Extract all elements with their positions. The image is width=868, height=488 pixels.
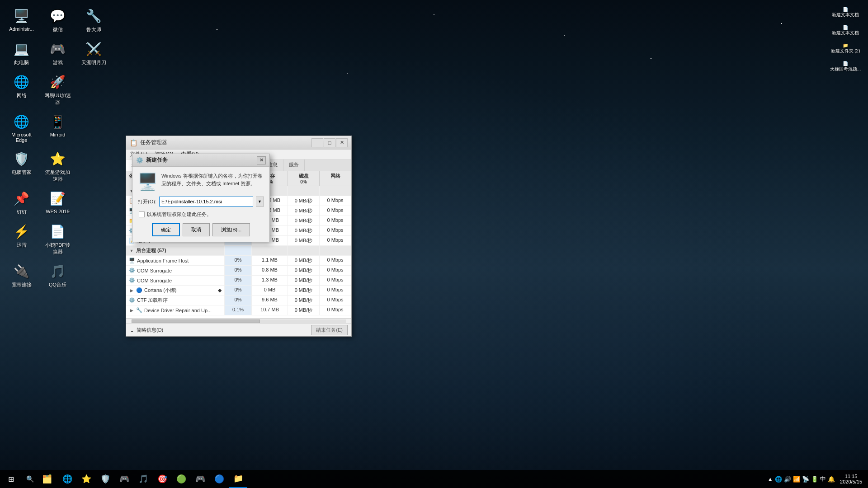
table-row[interactable]: ⚙️COM Surrogate 0% 0.8 MB 0 MB/秒 0 Mbps: [126, 266, 351, 276]
tray-wifi-icon[interactable]: 📡: [802, 476, 809, 483]
desktop-icon-folder[interactable]: 📁 新建文件夹 (2): [827, 41, 863, 56]
desktop-icons-right: 📄 新建文本文档 📄 新建文本文档 📁 新建文件夹 (2) 📄 天梯国考混题..…: [827, 5, 863, 75]
start-button[interactable]: ⊞: [0, 470, 22, 488]
desktop-icon-liuxing[interactable]: ⭐ 流星游戏加速器: [41, 147, 75, 185]
desktop-icon-admin[interactable]: 🖥️ Administr...: [5, 5, 38, 35]
desktop-icon-pdf[interactable]: 📄 小鹤PDF转换器: [41, 220, 75, 258]
bg-expand-icon[interactable]: ▼: [129, 248, 134, 253]
desktop-icons-left: 🖥️ Administr... 💬 微信 🔧 鲁大师 💻 此电脑 🎮 游戏: [5, 5, 111, 291]
cpu-cell: 0%: [225, 266, 252, 275]
table-row[interactable]: 🖥️Application Frame Host 0% 1.1 MB 0 MB/…: [126, 256, 351, 266]
wps-label: WPS 2019: [46, 209, 70, 214]
col-disk[interactable]: 磁盘 0%: [288, 171, 320, 186]
table-row[interactable]: ⚙️CTF 加载程序 0% 9.6 MB 0 MB/秒 0 Mbps: [126, 296, 351, 305]
mem-cell: 1.1 MB: [252, 256, 288, 265]
taskbar-epic-icon[interactable]: 🎮: [191, 470, 209, 488]
app-net-header: [320, 186, 351, 196]
disk-cell: 0 MB/秒: [288, 305, 320, 315]
wechat-icon: 💬: [49, 7, 67, 25]
desktop-icon-qiandao[interactable]: 📌 钉钉: [5, 187, 38, 218]
ok-button[interactable]: 确定: [152, 223, 180, 236]
desktop-icon-pcmgr[interactable]: 🛡️ 电脑管家: [5, 147, 38, 185]
dialog-close-button[interactable]: ✕: [257, 156, 266, 164]
notification-icon[interactable]: 🔔: [828, 476, 835, 483]
desktop-icon-uu[interactable]: 🚀 网易UU加速器: [41, 70, 75, 108]
dialog-titlebar[interactable]: ⚙️ 新建任务 ✕: [132, 154, 269, 167]
taskbar-pcmgr-icon[interactable]: 🛡️: [96, 470, 114, 488]
desktop-icon-broadband[interactable]: 🔌 宽带连接: [5, 260, 38, 291]
dropdown-button[interactable]: ▼: [256, 197, 264, 206]
desktop-icon-qqmusic[interactable]: 🎵 QQ音乐: [41, 260, 75, 291]
clock-time: 11:15: [845, 474, 858, 479]
tianhe-icon: 📄: [843, 61, 848, 66]
desktop-icon-game[interactable]: 🎮 游戏: [41, 38, 75, 68]
taskbar-store2-icon[interactable]: 🔵: [210, 470, 228, 488]
task-view-button[interactable]: 🗂️: [38, 470, 56, 488]
table-row[interactable]: ⚙️COM Surrogate 0% 1.3 MB 0 MB/秒 0 Mbps: [126, 276, 351, 286]
desktop-icon-tianyue[interactable]: ⚔️ 天涯明月刀: [77, 38, 111, 68]
minimize-button[interactable]: ─: [311, 138, 323, 147]
chevron-down-icon[interactable]: ⌄: [130, 327, 134, 333]
admin-checkbox[interactable]: [139, 211, 145, 217]
taskbar-green-icon[interactable]: 🟢: [172, 470, 190, 488]
desktop-icon-mirroid[interactable]: 📱 Mirroid: [41, 110, 75, 145]
desktop-icon-thispc[interactable]: 💻 此电脑: [5, 38, 38, 68]
desktop-icon-network[interactable]: 🌐 网络: [5, 70, 38, 108]
desktop-icon-newfile2[interactable]: 📄 新建文本文档: [827, 23, 863, 38]
tianyue-label: 天涯明月刀: [81, 59, 106, 66]
proc-icon: ⚙️: [129, 297, 135, 304]
desktop-icon-wechat[interactable]: 💬 微信: [41, 5, 75, 35]
taskbar-store-icon[interactable]: ⭐: [77, 470, 95, 488]
table-row[interactable]: ▶ 🔧 Device Driver Repair and Up... 0.1% …: [126, 305, 351, 315]
open-label: 打开(O):: [138, 198, 156, 205]
close-button[interactable]: ✕: [336, 138, 348, 147]
taskbar-clock[interactable]: 11:15 2020/5/15: [836, 474, 866, 484]
status-brief[interactable]: 简略信息(D): [137, 327, 163, 333]
pdf-label: 小鹤PDF转换器: [43, 242, 72, 255]
liuxing-icon: ⭐: [49, 150, 67, 168]
taskbar-music-icon[interactable]: 🎵: [134, 470, 152, 488]
tab-services[interactable]: 服务: [283, 160, 305, 171]
computer-icon: 🖥️: [138, 172, 157, 191]
end-task-button[interactable]: 结束任务(E): [311, 325, 348, 335]
qiandao-icon: 📌: [13, 189, 31, 207]
net-cell: 0 Mbps: [320, 236, 351, 245]
cancel-button[interactable]: 取消: [183, 223, 210, 236]
tray-volume-icon[interactable]: 📶: [793, 476, 800, 483]
wps-icon: 📝: [49, 189, 67, 207]
desktop-icon-luda[interactable]: 🔧 鲁大师: [77, 5, 111, 35]
desktop-icon-tianhe[interactable]: 📄 天梯国考混题...: [827, 59, 863, 75]
mirroid-label: Mirroid: [50, 132, 66, 137]
bg-section-header[interactable]: ▼ 后台进程 (57): [126, 246, 351, 256]
col-network[interactable]: 网络: [320, 171, 351, 186]
horizontal-scrollbar[interactable]: [126, 318, 351, 324]
tray-sound-icon[interactable]: 🔊: [784, 476, 791, 483]
desktop-icon-xunlei[interactable]: ⚡ 迅雷: [5, 220, 38, 258]
cortana-expand-icon[interactable]: ▶: [129, 288, 134, 293]
tray-network-icon[interactable]: 🌐: [775, 476, 782, 483]
disk-cell: 0 MB/秒: [288, 206, 320, 216]
scroll-thumb[interactable]: [132, 319, 260, 323]
task-manager-titlebar[interactable]: 📋 任务管理器 ─ □ ✕: [126, 136, 351, 150]
taskbar-edge-icon[interactable]: 🌐: [58, 470, 76, 488]
desktop-icon-wps[interactable]: 📝 WPS 2019: [41, 187, 75, 218]
net-cell: 0 Mbps: [320, 305, 351, 315]
network-icon: 🌐: [13, 73, 31, 91]
tray-battery-icon[interactable]: 🔋: [811, 476, 818, 483]
taskbar-steam-icon[interactable]: 🎯: [153, 470, 171, 488]
browse-button[interactable]: 浏览(B)...: [212, 223, 250, 236]
desktop-icon-newfile1[interactable]: 📄 新建文本文档: [827, 5, 863, 20]
net-cell: 0 Mbps: [320, 216, 351, 225]
desktop-icon-edge[interactable]: 🌐 Microsoft Edge: [5, 110, 38, 145]
taskbar-game-icon[interactable]: 🎮: [115, 470, 133, 488]
open-input[interactable]: [159, 197, 253, 206]
proc-icon: 🔧: [136, 307, 142, 314]
tray-input-icon[interactable]: 中: [820, 475, 826, 483]
network-label: 网络: [17, 92, 27, 99]
table-row[interactable]: ▶ 🔵 Cortana (小娜) ◆ 0% 0 MB 0 MB/秒 0 Mbps: [126, 286, 351, 296]
taskbar-explorer-icon[interactable]: 📁: [229, 470, 247, 488]
device-expand-icon[interactable]: ▶: [129, 308, 134, 313]
maximize-button[interactable]: □: [324, 138, 335, 147]
search-button[interactable]: 🔍: [22, 470, 38, 488]
tray-arrow[interactable]: ▲: [767, 476, 773, 483]
